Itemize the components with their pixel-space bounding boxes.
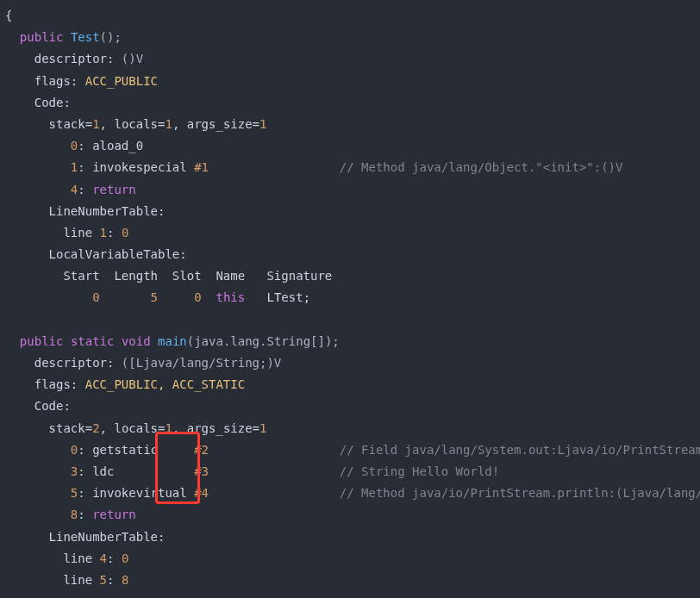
code-block: { public Test(); descriptor: ()V flags: … bbox=[0, 0, 700, 598]
code-line: { bbox=[5, 9, 12, 22]
code-line: LocalVariableTable: bbox=[5, 247, 187, 261]
code-line: LineNumberTable: bbox=[5, 530, 165, 544]
code-line: flags: ACC_PUBLIC, ACC_STATIC bbox=[5, 377, 245, 391]
code-line: 0: aload_0 bbox=[5, 139, 143, 153]
code-line: 0 5 0 this LTest; bbox=[5, 290, 310, 304]
code-line: stack=2, locals=1, args_size=1 bbox=[5, 421, 266, 435]
code-line: line 5: 8 bbox=[5, 573, 128, 587]
code-line: descriptor: ()V bbox=[5, 52, 143, 65]
code-line: 1: invokespecial #1 // Method java/lang/… bbox=[5, 160, 622, 174]
code-line: line 4: 0 bbox=[5, 551, 128, 565]
code-line: Code: bbox=[5, 399, 71, 413]
code-line: 8: return bbox=[5, 508, 136, 521]
code-line: public static void main(java.lang.String… bbox=[5, 334, 340, 348]
code-line: 3: ldc #3 // String Hello World! bbox=[5, 464, 499, 478]
code-line: 5: invokevirtual #4 // Method java/io/Pr… bbox=[5, 486, 700, 500]
code-line: LineNumberTable: bbox=[5, 204, 165, 218]
code-line: public Test(); bbox=[5, 30, 122, 44]
code-line: 4: return bbox=[5, 183, 136, 196]
code-line: Start Length Slot Name Signature bbox=[5, 269, 332, 283]
code-line: Code: bbox=[5, 96, 71, 109]
code-line: line 1: 0 bbox=[5, 226, 128, 240]
code-line: stack=1, locals=1, args_size=1 bbox=[5, 117, 266, 131]
code-line: 0: getstatic #2 // Field java/lang/Syste… bbox=[5, 443, 700, 457]
code-line: descriptor: ([Ljava/lang/String;)V bbox=[5, 356, 281, 370]
code-line: flags: ACC_PUBLIC bbox=[5, 74, 158, 88]
